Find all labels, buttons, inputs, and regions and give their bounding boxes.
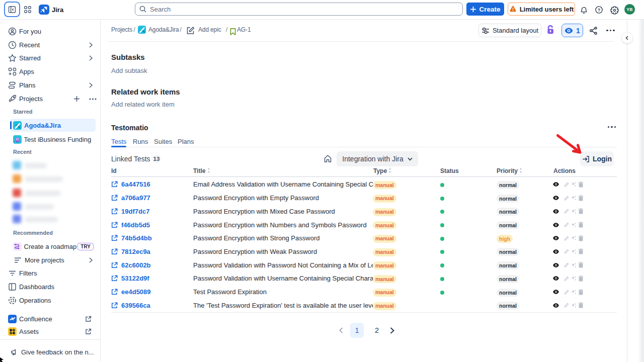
svg-text:?: ? — [598, 8, 601, 13]
